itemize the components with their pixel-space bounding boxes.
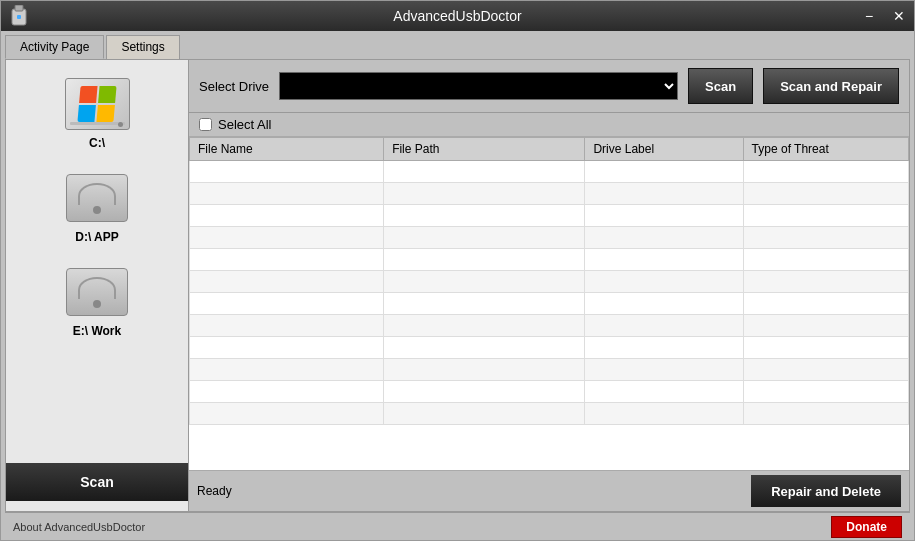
donate-button[interactable]: Donate [831, 516, 902, 538]
scan-repair-button[interactable]: Scan and Repair [763, 68, 899, 104]
table-row [190, 337, 909, 359]
drive-icon-e [62, 262, 132, 322]
drive-icon-d [62, 168, 132, 228]
minimize-button[interactable]: − [854, 1, 884, 31]
window-title: AdvancedUsbDoctor [393, 8, 521, 24]
files-table: File Name File Path Drive Label Type of … [189, 137, 909, 425]
repair-delete-button[interactable]: Repair and Delete [751, 475, 901, 507]
bottom-bar: About AdvancedUsbDoctor Donate [5, 512, 910, 540]
right-panel: Select Drive Scan Scan and Repair Select… [189, 60, 909, 511]
tab-activity[interactable]: Activity Page [5, 35, 104, 59]
main-window: AdvancedUsbDoctor − ✕ Activity Page Sett… [0, 0, 915, 541]
svg-rect-2 [17, 15, 21, 19]
col-filename: File Name [190, 138, 384, 161]
col-filepath: File Path [384, 138, 585, 161]
select-all-label[interactable]: Select All [218, 117, 271, 132]
drive-label-e: E:\ Work [73, 324, 121, 338]
table-row [190, 183, 909, 205]
tab-bar: Activity Page Settings [1, 31, 914, 59]
app-icon [9, 5, 29, 27]
drive-item-c[interactable]: C:\ [37, 70, 157, 154]
title-bar: AdvancedUsbDoctor − ✕ [1, 1, 914, 31]
table-row [190, 381, 909, 403]
drive-label-c: C:\ [89, 136, 105, 150]
close-button[interactable]: ✕ [884, 1, 914, 31]
status-text: Ready [197, 484, 741, 498]
window-controls: − ✕ [854, 1, 914, 31]
left-panel: C:\ D:\ APP [6, 60, 189, 511]
col-threat: Type of Threat [743, 138, 908, 161]
drive-label-d: D:\ APP [75, 230, 119, 244]
svg-rect-1 [15, 5, 23, 11]
select-all-row: Select All [189, 113, 909, 137]
table-row [190, 293, 909, 315]
scan-button[interactable]: Scan [688, 68, 753, 104]
status-bar: Ready Repair and Delete [189, 470, 909, 511]
select-all-checkbox[interactable] [199, 118, 212, 131]
scan-button-left[interactable]: Scan [6, 463, 188, 501]
tab-settings[interactable]: Settings [106, 35, 179, 59]
about-text: About AdvancedUsbDoctor [13, 521, 145, 533]
table-row [190, 403, 909, 425]
table-row [190, 205, 909, 227]
drive-icon-c [62, 74, 132, 134]
col-drivelabel: Drive Label [585, 138, 743, 161]
table-row [190, 359, 909, 381]
toolbar: Select Drive Scan Scan and Repair [189, 60, 909, 113]
table-row [190, 227, 909, 249]
drive-item-e[interactable]: E:\ Work [37, 258, 157, 342]
content-area: C:\ D:\ APP [5, 59, 910, 512]
table-row [190, 161, 909, 183]
table-row [190, 271, 909, 293]
select-drive-label: Select Drive [199, 79, 269, 94]
drive-select[interactable] [279, 72, 678, 100]
table-container: File Name File Path Drive Label Type of … [189, 137, 909, 470]
drive-item-d[interactable]: D:\ APP [37, 164, 157, 248]
table-row [190, 315, 909, 337]
table-row [190, 249, 909, 271]
